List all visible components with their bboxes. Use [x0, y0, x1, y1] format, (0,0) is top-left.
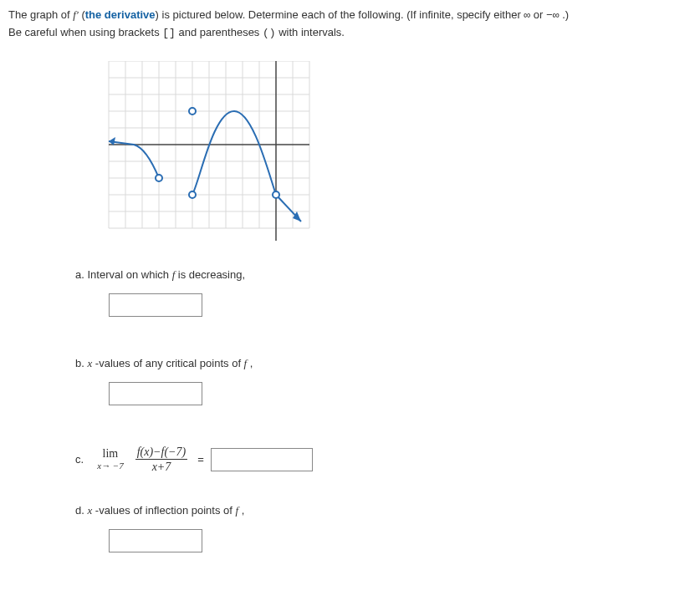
text: is decreasing,: [175, 268, 245, 281]
intro-line-1: The graph of f′ (the derivative) is pict…: [8, 7, 692, 24]
part-a: a. Interval on which f is decreasing,: [75, 268, 692, 317]
text: The graph of: [8, 8, 73, 21]
frac-denominator: x+7: [152, 460, 171, 473]
answer-input-a[interactable]: [109, 293, 202, 317]
text: ,: [247, 357, 253, 369]
text: a. Interval on which: [75, 268, 172, 281]
text: Be careful when using brackets: [8, 26, 162, 38]
part-b-label: b. x -values of any critical points of f…: [75, 357, 692, 370]
text: with intervals.: [276, 26, 345, 38]
answer-input-c[interactable]: [211, 448, 313, 471]
part-c: c. lim x→ −7 f(x)−f(−7) x+7 =: [75, 446, 692, 474]
parens-symbol: (): [263, 27, 276, 39]
intro-line-2: Be careful when using brackets [] and pa…: [8, 24, 692, 42]
lim-sub: x→ −7: [97, 461, 124, 471]
limit-notation: lim x→ −7: [97, 448, 124, 471]
brackets-symbol: []: [162, 27, 176, 39]
open-point-icon: [189, 191, 196, 198]
part-a-label: a. Interval on which f is decreasing,: [75, 268, 692, 282]
text: ,: [238, 504, 244, 517]
neg-infinity-symbol: −∞: [546, 9, 559, 22]
text: (: [79, 8, 85, 21]
part-d: d. x -values of inflection points of f ,: [75, 504, 692, 552]
derivative-graph: [100, 61, 692, 245]
part-d-label: d. x -values of inflection points of f ,: [75, 504, 692, 517]
open-point-icon: [189, 108, 196, 115]
part-c-label: c.: [75, 453, 84, 466]
infinity-symbol: ∞: [524, 9, 530, 22]
text: .): [559, 8, 570, 21]
fraction: f(x)−f(−7) x+7: [135, 446, 188, 474]
graph-svg: [100, 61, 318, 245]
derivative-highlight: the derivative: [85, 8, 156, 21]
text: ) is pictured below. Determine each of t…: [156, 8, 524, 21]
text: -values of inflection points of: [92, 504, 235, 517]
text: and parentheses: [176, 26, 263, 38]
frac-numerator: f(x)−f(−7): [135, 446, 188, 460]
lim-text: lim: [103, 448, 119, 460]
curve-segment-1: [109, 141, 159, 178]
open-point-icon: [156, 175, 162, 181]
answer-input-d[interactable]: [109, 529, 202, 552]
equals-sign: =: [197, 453, 204, 466]
text: d.: [75, 504, 87, 517]
part-b: b. x -values of any critical points of f…: [75, 357, 692, 405]
answer-input-b[interactable]: [109, 382, 202, 405]
curve-segment-2: [192, 111, 276, 195]
text: -values of any critical points of: [92, 357, 243, 369]
text: or: [530, 8, 546, 21]
open-point-icon: [273, 191, 279, 198]
text: b.: [75, 357, 87, 369]
